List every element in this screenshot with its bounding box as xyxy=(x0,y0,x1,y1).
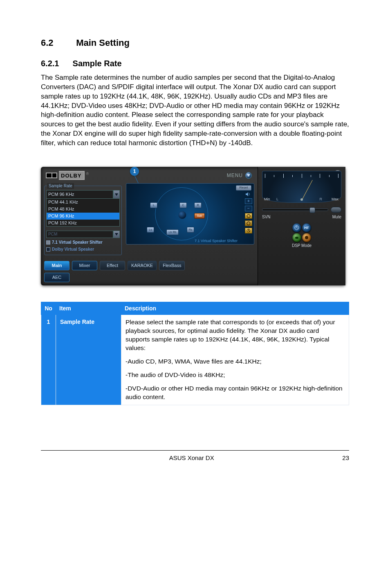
tab-mixer[interactable]: Mixer xyxy=(72,261,97,270)
volume-slider[interactable] xyxy=(262,209,328,211)
desc-p2: -Audio CD, MP3, WMA, Wave files are 44.1… xyxy=(126,357,345,366)
sample-rate-dropdown-list[interactable]: PCM 44.1 KHz PCM 48 KHz PCM 96 KHz PCM 1… xyxy=(46,198,120,227)
speaker-ls-icon[interactable]: Ls xyxy=(147,227,154,233)
vu-max-label: Max xyxy=(332,197,338,202)
dropdown-arrow-icon[interactable] xyxy=(113,231,120,238)
section-title-text: Main Setting xyxy=(76,38,130,48)
virtual-speaker-shifter-checkbox[interactable]: 7.1 Virtual Speaker Shifter xyxy=(46,240,120,245)
subsection-number: 6.2.1 xyxy=(41,58,70,69)
dsp-music-icon[interactable] xyxy=(302,233,311,242)
vss-label: 7.1 Virtual Speaker Shifter xyxy=(52,240,103,245)
reset-button[interactable]: Reset xyxy=(236,185,251,191)
tab-effect[interactable]: Effect xyxy=(100,261,125,270)
sub-format-select[interactable]: PCM xyxy=(46,231,120,238)
svn-label: SVN xyxy=(262,214,271,220)
section-number: 6.2 xyxy=(41,37,74,49)
cell-item: Sample Rate xyxy=(56,315,121,405)
speaker-lbrb-icon[interactable]: Lb Rb xyxy=(166,229,179,235)
dropdown-arrow-icon[interactable] xyxy=(113,190,120,199)
speaker-right-icon[interactable]: R xyxy=(194,202,202,208)
mute-label: Mute xyxy=(332,214,341,220)
sample-rate-option[interactable]: PCM 192 KHz xyxy=(47,220,119,227)
desc-p1: Please select the sample rate that corre… xyxy=(126,318,345,352)
section-heading: 6.2 Main Setting xyxy=(41,37,349,49)
screenshot-figure: 1 DOLBY ® MENU Sample xyxy=(41,167,349,285)
speaker-rs-icon[interactable]: Rs xyxy=(187,227,194,233)
svg-point-3 xyxy=(305,236,308,239)
sample-rate-value: PCM 96 KHz xyxy=(46,190,113,199)
rotate-ccw-icon[interactable] xyxy=(245,220,252,226)
col-desc: Description xyxy=(121,302,349,315)
chevron-down-icon xyxy=(245,172,252,179)
dolby-virtual-speaker-checkbox[interactable]: Dolby Virtual Speaker xyxy=(46,247,120,252)
tab-flexbass[interactable]: FlexBass xyxy=(159,261,185,270)
dsp-game-icon[interactable] xyxy=(292,233,301,242)
zoom-out-button[interactable]: − xyxy=(245,206,252,211)
registered-mark: ® xyxy=(86,171,89,176)
subsection-title-text: Sample Rate xyxy=(73,59,122,68)
slider-thumb[interactable] xyxy=(309,207,315,213)
listener-head-icon[interactable] xyxy=(178,211,186,219)
menu-label: MENU xyxy=(227,172,243,179)
mute-toggle[interactable] xyxy=(331,207,341,213)
body-paragraph: The Sample rate determines the number of… xyxy=(41,73,349,148)
cell-description: Please select the sample rate that corre… xyxy=(121,315,349,405)
speaker-center-icon[interactable]: C xyxy=(179,202,187,208)
dolby-logo: DOLBY ® xyxy=(46,171,89,180)
volume-icon[interactable] xyxy=(245,192,252,197)
svg-rect-2 xyxy=(295,237,298,239)
dsp-mode-label: DSP Mode xyxy=(262,243,341,249)
sample-rate-option[interactable]: PCM 44.1 KHz xyxy=(47,199,119,206)
sample-rate-group-label: Sample Rate xyxy=(47,183,74,189)
speaker-stage[interactable]: Reset L C R Sub Ls Lb Rb Rs 7.1 Virtual … xyxy=(126,183,254,245)
sample-rate-option[interactable]: PCM 48 KHz xyxy=(47,206,119,213)
table-row: 1 Sample Rate Please select the sample r… xyxy=(41,315,349,405)
cell-no: 1 xyxy=(41,315,56,405)
desc-p4: -DVD-Audio or other HD media may contain… xyxy=(126,384,345,402)
speaker-sub-icon[interactable]: Sub xyxy=(194,213,205,219)
menu-button[interactable]: MENU xyxy=(227,172,252,179)
vu-meter: Min L R Max xyxy=(262,171,341,203)
col-item: Item xyxy=(56,302,121,315)
desc-p3: -The audio of DVD-Video is 48KHz; xyxy=(126,371,345,379)
checkbox-icon xyxy=(46,240,50,245)
stage-caption: 7.1 Virtual Speaker Shifter xyxy=(195,238,238,243)
audio-control-panel: DOLBY ® MENU Sample Rate PCM 96 KHz xyxy=(41,167,345,285)
sample-rate-select[interactable]: PCM 96 KHz xyxy=(46,190,120,199)
dvs-label: Dolby Virtual Speaker xyxy=(52,247,94,252)
tab-karaoke[interactable]: KARAOKE xyxy=(128,261,157,270)
description-table: No Item Description 1 Sample Rate Please… xyxy=(41,302,349,405)
vu-r-label: R xyxy=(320,197,323,202)
vu-min-label: Min xyxy=(264,197,270,202)
checkbox-icon xyxy=(46,247,50,251)
zoom-in-button[interactable]: + xyxy=(245,198,252,204)
footer-page: 23 xyxy=(342,454,349,462)
sub-format-value: PCM xyxy=(46,231,113,238)
speaker-left-icon[interactable]: L xyxy=(150,202,157,208)
reset-rotate-icon[interactable] xyxy=(245,228,252,233)
dolby-wordmark: DOLBY xyxy=(59,171,85,180)
sample-rate-option[interactable]: PCM 96 KHz xyxy=(47,213,119,220)
col-no: No xyxy=(41,302,56,315)
tab-main[interactable]: Main xyxy=(44,261,69,270)
footer-product: ASUS Xonar DX xyxy=(41,454,342,462)
dsp-mode-icon[interactable] xyxy=(292,223,301,232)
stage-side-controls: + − xyxy=(245,192,252,233)
vu-needle xyxy=(302,180,313,200)
rotate-cw-icon[interactable] xyxy=(245,213,252,219)
tab-aec[interactable]: AEC xyxy=(44,273,69,282)
page-footer: ASUS Xonar DX 23 xyxy=(41,450,349,462)
dsp-hf-icon[interactable]: HF xyxy=(302,223,311,232)
panel-topbar: DOLBY ® MENU xyxy=(44,169,254,183)
vu-l-label: L xyxy=(276,197,278,202)
sample-rate-group: Sample Rate PCM 96 KHz PCM 44.1 KHz PCM … xyxy=(44,186,122,255)
subsection-heading: 6.2.1 Sample Rate xyxy=(41,58,349,69)
dolby-d-icon xyxy=(46,173,57,178)
